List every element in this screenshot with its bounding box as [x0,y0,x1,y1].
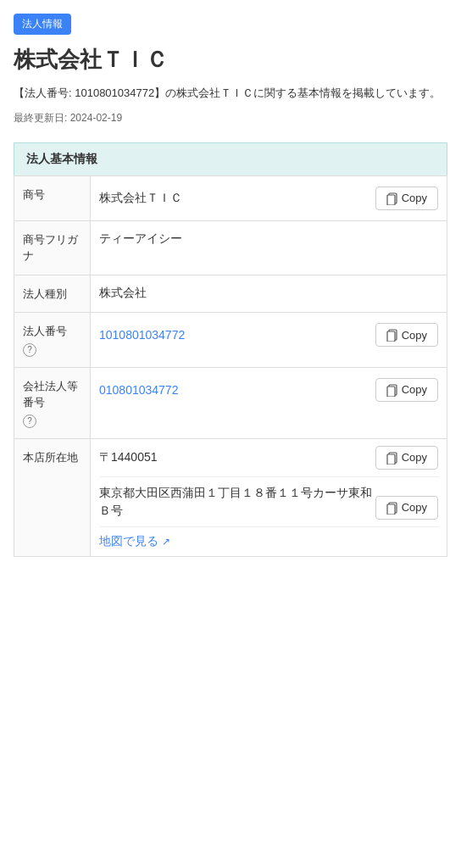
company-name: 株式会社ＴＩＣ [14,45,447,75]
map-link[interactable]: 地図で見る ↗ [99,534,170,549]
table-row: 会社法人等番号?010801034772Copy [14,367,447,438]
value-text-4[interactable]: 010801034772 [99,383,375,397]
full-address: 東京都大田区西蒲田１丁目１８番１１号カーサ東和Ｂ号 [99,484,375,520]
address-label: 本店所在地 [14,438,91,556]
info-table: 商号株式会社ＴＩＣCopy商号フリガナティーアイシー法人種別株式会社法人番号?1… [14,175,447,557]
copy-button-0[interactable]: Copy [375,186,438,210]
row-value-3: 1010801034772Copy [91,313,447,368]
company-description: 【法人番号: 1010801034772】の株式会社ＴＩＣに関する基本情報を掲載… [14,85,447,103]
svg-rect-3 [387,331,395,342]
table-row: 商号株式会社ＴＩＣCopy [14,175,447,220]
row-label-0: 商号 [14,175,91,220]
value-text-0: 株式会社ＴＩＣ [99,191,375,206]
postal-row: 〒1440051Copy [99,439,438,477]
table-row: 商号フリガナティーアイシー [14,220,447,275]
row-value-1: ティーアイシー [91,220,447,275]
clipboard-icon [386,192,398,205]
last-updated: 最終更新日: 2024-02-19 [14,111,447,125]
external-link-icon: ↗ [162,536,170,548]
svg-rect-7 [387,454,395,465]
row-label-3: 法人番号? [14,313,91,368]
value-text-1: ティーアイシー [99,231,438,247]
full-address-row: 東京都大田区西蒲田１丁目１８番１１号カーサ東和Ｂ号Copy [99,477,438,527]
clipboard-icon [386,383,398,397]
row-value-4: 010801034772Copy [91,367,447,438]
row-label-4: 会社法人等番号? [14,367,91,438]
clipboard-icon [386,451,398,465]
corporate-badge: 法人情報 [14,14,71,35]
map-row: 地図で見る ↗ [99,527,438,556]
row-label-2: 法人種別 [14,275,91,313]
table-row: 法人種別株式会社 [14,275,447,313]
help-icon-4[interactable]: ? [23,415,36,428]
row-label-1: 商号フリガナ [14,220,91,275]
table-row-address: 本店所在地〒1440051Copy東京都大田区西蒲田１丁目１８番１１号カーサ東和… [14,438,447,556]
postal-copy-button[interactable]: Copy [375,446,438,470]
clipboard-icon [386,501,398,515]
table-row: 法人番号?1010801034772Copy [14,313,447,368]
address-value: 〒1440051Copy東京都大田区西蒲田１丁目１８番１１号カーサ東和Ｂ号Cop… [91,438,447,556]
row-value-2: 株式会社 [91,275,447,313]
address-copy-button[interactable]: Copy [375,496,438,520]
value-text-3[interactable]: 1010801034772 [99,328,375,342]
postal-code: 〒1440051 [99,450,375,465]
svg-rect-1 [387,195,395,205]
copy-button-4[interactable]: Copy [375,378,438,402]
section-header: 法人基本情報 [14,142,447,175]
copy-button-3[interactable]: Copy [375,323,438,347]
help-icon-3[interactable]: ? [23,343,36,357]
svg-rect-9 [387,504,395,515]
svg-rect-5 [387,387,395,397]
row-value-0: 株式会社ＴＩＣCopy [91,175,447,220]
value-text-2: 株式会社 [99,286,438,301]
clipboard-icon [386,328,398,342]
